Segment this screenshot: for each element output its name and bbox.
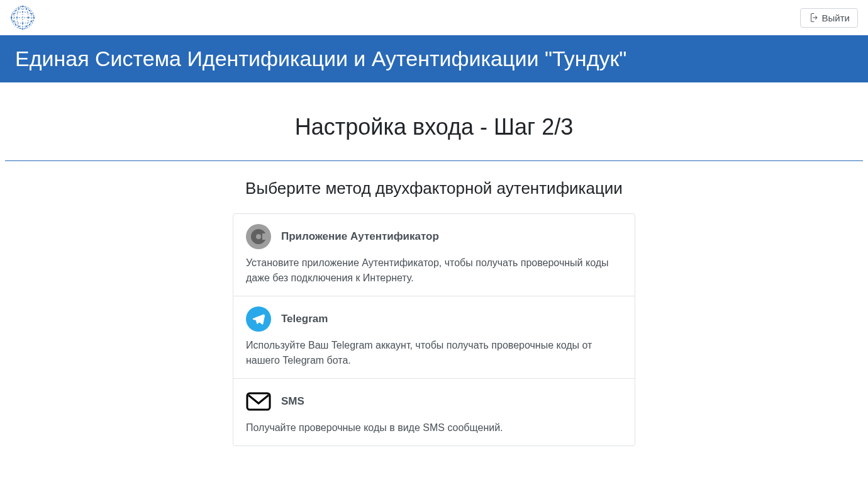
svg-point-7	[22, 6, 23, 7]
svg-point-15	[22, 11, 23, 13]
svg-point-24	[26, 8, 27, 9]
subtitle: Выберите метод двухфакторной аутентифика…	[5, 179, 863, 198]
method-telegram[interactable]: Telegram Используйте Ваш Telegram аккаун…	[233, 296, 635, 379]
step-title: Настройка входа - Шаг 2/3	[5, 114, 863, 140]
svg-point-26	[26, 26, 27, 27]
svg-point-8	[22, 28, 23, 30]
divider	[5, 160, 863, 161]
method-header: SMS	[246, 389, 622, 414]
svg-point-9	[11, 17, 12, 18]
telegram-icon	[246, 306, 271, 332]
logout-label: Выйти	[822, 13, 850, 23]
method-header: Приложение Аутентификатор	[246, 224, 622, 249]
logout-button[interactable]: Выйти	[800, 8, 858, 28]
methods-list: Приложение Аутентификатор Установите при…	[233, 213, 635, 446]
method-header: Telegram	[246, 306, 622, 332]
svg-point-14	[29, 24, 30, 25]
top-bar: Выйти	[0, 0, 868, 35]
logout-icon	[808, 13, 818, 23]
method-sms[interactable]: SMS Получайте проверочные коды в виде SM…	[233, 379, 635, 446]
svg-point-16	[22, 23, 23, 24]
method-title: Приложение Аутентификатор	[281, 230, 439, 243]
page-title: Единая Система Идентификации и Аутентифи…	[15, 47, 853, 71]
header-banner: Единая Система Идентификации и Аутентифи…	[0, 35, 868, 82]
envelope-icon	[246, 389, 271, 414]
svg-point-18	[28, 17, 29, 18]
svg-point-25	[18, 26, 19, 27]
authenticator-icon	[246, 224, 271, 249]
method-title: Telegram	[281, 313, 328, 325]
svg-point-17	[16, 17, 18, 18]
svg-point-23	[18, 8, 19, 9]
method-title: SMS	[281, 395, 304, 408]
svg-point-12	[29, 10, 30, 11]
svg-point-11	[15, 10, 16, 11]
svg-point-22	[31, 21, 32, 22]
svg-point-20	[31, 13, 32, 14]
logo	[10, 5, 35, 30]
svg-point-10	[33, 17, 35, 18]
method-description: Установите приложение Аутентификатор, чт…	[246, 255, 622, 286]
method-description: Используйте Ваш Telegram аккаунт, чтобы …	[246, 338, 622, 368]
svg-point-21	[13, 21, 14, 22]
method-authenticator[interactable]: Приложение Аутентификатор Установите при…	[233, 214, 635, 296]
svg-point-19	[13, 13, 14, 14]
content-area: Настройка входа - Шаг 2/3 Выберите метод…	[0, 82, 868, 459]
globe-logo-icon	[10, 5, 35, 30]
svg-point-13	[15, 24, 16, 25]
method-description: Получайте проверочные коды в виде SMS со…	[246, 420, 622, 435]
